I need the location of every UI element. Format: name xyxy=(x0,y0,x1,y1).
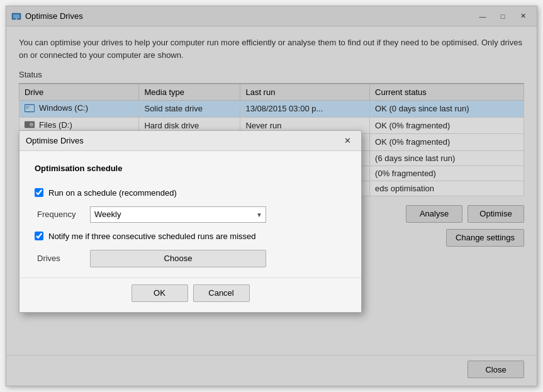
section-title: Optimisation schedule xyxy=(35,164,346,173)
frequency-select-wrapper: Weekly Daily Monthly ▼ xyxy=(90,206,266,223)
drives-label: Drives xyxy=(37,254,82,263)
notify-checkbox[interactable] xyxy=(35,232,43,240)
ok-button[interactable]: OK xyxy=(132,284,188,302)
schedule-checkbox-row: Run on a schedule (recommended) xyxy=(35,188,346,198)
drives-row: Drives Choose xyxy=(35,250,346,267)
notify-checkbox-row: Notify me if three consecutive scheduled… xyxy=(35,232,346,241)
dialog-footer: OK Cancel xyxy=(20,277,361,312)
frequency-label: Frequency xyxy=(37,210,82,219)
schedule-checkbox[interactable] xyxy=(35,188,43,197)
dialog-content: Optimisation schedule Run on a schedule … xyxy=(20,151,361,277)
dialog-overlay: Optimise Drives ✕ Optimisation schedule … xyxy=(6,6,537,386)
dialog-title: Optimise Drives xyxy=(26,136,340,145)
optimise-dialog: Optimise Drives ✕ Optimisation schedule … xyxy=(19,130,362,313)
frequency-row: Frequency Weekly Daily Monthly ▼ xyxy=(35,206,346,223)
frequency-select[interactable]: Weekly Daily Monthly xyxy=(90,206,266,223)
schedule-checkbox-label: Run on a schedule (recommended) xyxy=(48,188,177,198)
choose-button[interactable]: Choose xyxy=(90,250,266,267)
dialog-close-button[interactable]: ✕ xyxy=(340,134,355,147)
dialog-title-bar: Optimise Drives ✕ xyxy=(20,131,361,151)
notify-checkbox-label: Notify me if three consecutive scheduled… xyxy=(48,232,256,241)
main-window: Optimise Drives — □ ✕ You can optimise y… xyxy=(6,6,537,386)
cancel-button[interactable]: Cancel xyxy=(193,284,250,302)
